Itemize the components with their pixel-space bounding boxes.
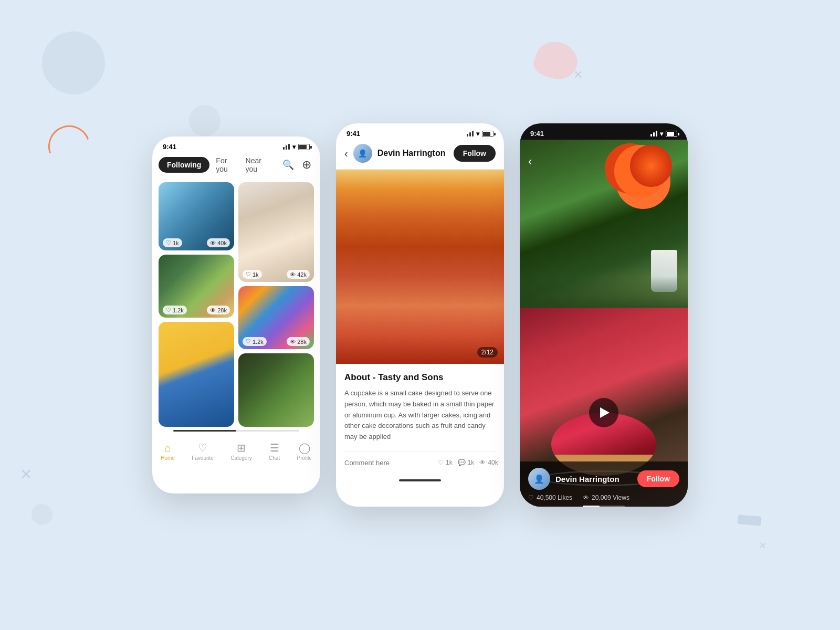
comment-stat[interactable]: 💬 1k [458, 459, 475, 466]
phone3-follow-button[interactable]: Follow [637, 470, 679, 487]
view-count: 40k [488, 459, 498, 466]
battery-fill [299, 145, 307, 149]
chat-icon: ☰ [270, 442, 279, 454]
photo-veggies-stats: ♡ 1.2k 👁 28k [159, 306, 234, 314]
photo-cell-girl[interactable] [159, 322, 234, 427]
skulls-likes-count: 1.2k [253, 339, 264, 345]
phone1-scroll-fill [173, 430, 236, 432]
veggies-views-count: 28k [217, 307, 227, 313]
profile-icon: ◯ [299, 442, 310, 454]
avatar-face: 👤 [534, 474, 544, 484]
pool-views-count: 40k [217, 240, 227, 246]
phone3-views-stat: 👁 20,009 Views [583, 494, 629, 501]
main-photo[interactable]: 2/12 [336, 170, 504, 364]
battery-icon-2 [482, 131, 494, 137]
back-button[interactable]: ‹ [344, 148, 348, 160]
eye-icon-4: 👁 [290, 339, 296, 345]
follow-button[interactable]: Follow [454, 145, 496, 162]
photo-girl-image [159, 322, 234, 427]
bg-decoration-x-3: ✕ [758, 539, 768, 552]
cake-views-count: 42k [297, 271, 307, 278]
nav-chat[interactable]: ☰ Chat [269, 442, 280, 461]
heart-icon-5: ♡ [438, 459, 444, 466]
phone1-status-icons: ▾ [283, 143, 310, 151]
phone3-user-row: 👤 Devin Harrington Follow [528, 468, 679, 490]
bg-decoration-circle-3 [32, 504, 52, 525]
phone3-time: 9:41 [530, 130, 544, 138]
berries-visual [630, 145, 672, 187]
phone3-progress-bar[interactable] [583, 506, 625, 507]
like-stat[interactable]: ♡ 1k [438, 459, 453, 466]
category-icon: ⊞ [237, 442, 246, 454]
photo-cell-bowl[interactable] [238, 353, 314, 427]
like-count: 1k [446, 459, 453, 466]
nav-favourite[interactable]: ♡ Favourite [192, 442, 214, 461]
eye-icon-2: 👁 [210, 307, 216, 313]
photo-grid: ♡ 1k 👁 40k ♡ 1.2k [152, 182, 320, 427]
eye-icon: 👁 [210, 240, 216, 246]
veggies-likes-count: 1.2k [173, 307, 184, 313]
nav-profile[interactable]: ◯ Profile [297, 442, 311, 461]
phone1-time: 9:41 [163, 143, 176, 151]
heart-icon: ♡ [166, 239, 171, 246]
photo-cell-cake[interactable]: ♡ 1k 👁 42k [238, 182, 314, 282]
nav-category[interactable]: ⊞ Category [230, 442, 252, 461]
heart-icon-3: ♡ [246, 271, 251, 278]
phone3-status-icons: ▾ [650, 130, 677, 138]
nav-home[interactable]: ⌂ Home [161, 442, 175, 461]
nav-category-label: Category [230, 455, 252, 461]
skulls-views: 👁 28k [287, 337, 310, 346]
play-button[interactable] [589, 398, 618, 427]
photo-cell-pool[interactable]: ♡ 1k 👁 40k [159, 182, 234, 250]
signal-icon-3 [650, 131, 657, 136]
phone2-status-icons: ▾ [467, 130, 494, 138]
bg-decoration-x-2: ✕ [573, 68, 583, 82]
eye-icon-5: 👁 [479, 459, 486, 466]
phone2-status-bar: 9:41 ▾ [336, 123, 504, 140]
back-button-3[interactable]: ‹ [528, 155, 532, 169]
comment-bar: ♡ 1k 💬 1k 👁 40k [344, 451, 496, 467]
phone3-views-count: 20,009 Views [592, 494, 629, 501]
comment-input[interactable] [344, 459, 433, 467]
home-indicator-2 [336, 475, 504, 486]
wifi-icon-3: ▾ [660, 130, 663, 138]
phone1-status-bar: 9:41 ▾ [152, 136, 320, 153]
bg-decoration-curve [43, 120, 89, 154]
view-stat: 👁 40k [479, 459, 498, 466]
photo-counter: 2/12 [477, 347, 498, 358]
battery-icon-3 [666, 131, 677, 137]
tab-near-you[interactable]: Near you [244, 153, 273, 177]
phone1-scroll-indicator [173, 430, 299, 432]
photo-pool-stats: ♡ 1k 👁 40k [159, 238, 234, 247]
phone3-bottom-image: 👤 Devin Harrington Follow ♡ 40,500 Likes… [520, 308, 688, 507]
veggies-likes: ♡ 1.2k [163, 306, 187, 314]
photo-bowl-image [238, 353, 314, 427]
phone3-likes-count: 40,500 Likes [537, 494, 572, 501]
heart-icon-6: ♡ [528, 494, 534, 501]
profile-name: Devin Harrington [377, 149, 448, 158]
skulls-likes: ♡ 1.2k [243, 337, 267, 346]
tab-following[interactable]: Following [159, 157, 209, 173]
photo-cell-veggies[interactable]: ♡ 1.2k 👁 28k [159, 255, 234, 318]
phone2-header: ‹ 👤 Devin Harrington Follow [336, 140, 504, 170]
tab-for-you[interactable]: For you [214, 153, 239, 177]
cupcake-image [336, 170, 504, 364]
photo-cell-skulls[interactable]: ♡ 1.2k 👁 28k [238, 286, 314, 349]
avatar-image: 👤 [353, 144, 372, 163]
veggies-views: 👁 28k [207, 306, 230, 314]
comment-count: 1k [468, 459, 475, 466]
search-button[interactable]: 🔍 [281, 156, 296, 173]
bg-decoration-circle-1 [42, 32, 105, 94]
photo-cake-image [238, 182, 314, 282]
nav-favourite-label: Favourite [192, 455, 214, 461]
phone3-progress-fill [583, 506, 600, 507]
add-button[interactable]: ⊕ [300, 156, 314, 173]
eye-icon-6: 👁 [583, 494, 589, 501]
wifi-icon-2: ▾ [476, 130, 479, 138]
wifi-icon: ▾ [292, 143, 296, 151]
phone-3: 9:41 ▾ ‹ [520, 123, 688, 507]
pool-views: 👁 40k [207, 238, 230, 247]
phone3-username: Devin Harrington [555, 475, 632, 484]
cake-likes-count: 1k [253, 271, 259, 278]
heart-icon-4: ♡ [246, 338, 251, 345]
